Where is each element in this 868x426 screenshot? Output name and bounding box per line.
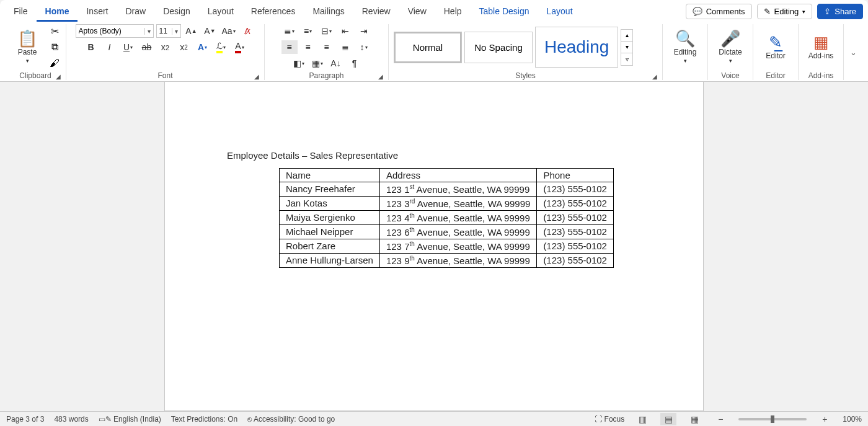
styles-launcher[interactable]: ◢ <box>652 73 657 80</box>
cell-address[interactable]: 123 4th Avenue, Seattle, WA 99999 <box>379 211 536 225</box>
document-canvas[interactable]: Employee Details – Sales Representative … <box>0 82 868 411</box>
zoom-thumb[interactable] <box>771 415 774 423</box>
chevron-down-icon[interactable]: ▾ <box>144 28 153 35</box>
web-layout-button[interactable]: ▦ <box>686 413 702 425</box>
italic-button[interactable]: I <box>102 40 118 54</box>
editor-button[interactable]: ✎̲ Editor <box>758 34 793 60</box>
dictate-button[interactable]: 🎤 Dictate ▾ <box>713 30 748 64</box>
cut-button[interactable]: ✂ <box>48 25 61 37</box>
editing-button[interactable]: 🔍 Editing ▾ <box>668 30 702 64</box>
bullets-button[interactable]: ≣▾ <box>281 24 298 38</box>
table-row[interactable]: Anne Hullung-Larsen 123 9th Avenue, Seat… <box>280 254 614 268</box>
decrease-indent-button[interactable]: ⇤ <box>337 24 353 38</box>
tab-home[interactable]: Home <box>37 2 78 22</box>
cell-address[interactable]: 123 1st Avenue, Seattle, WA 99999 <box>379 182 536 197</box>
cell-phone[interactable]: (123) 555-0102 <box>537 197 614 211</box>
focus-button[interactable]: ⛶ Focus <box>595 415 624 424</box>
clear-formatting-button[interactable]: A̷ <box>239 24 255 38</box>
cell-name[interactable]: Michael Neipper <box>280 225 380 239</box>
share-button[interactable]: ⇪ Share <box>817 4 863 19</box>
table-row[interactable]: Jan Kotas 123 3rd Avenue, Seattle, WA 99… <box>280 197 614 211</box>
line-spacing-button[interactable]: ↕▾ <box>356 40 372 54</box>
tab-references[interactable]: References <box>242 2 304 22</box>
table-row[interactable]: Robert Zare 123 7th Avenue, Seattle, WA … <box>280 239 614 254</box>
cell-address[interactable]: 123 7th Avenue, Seattle, WA 99999 <box>379 239 536 254</box>
styles-expand[interactable]: ▿ <box>621 53 632 65</box>
tab-tabledesign[interactable]: Table Design <box>471 2 538 22</box>
cell-address[interactable]: 123 6th Avenue, Seattle, WA 99999 <box>379 225 536 239</box>
borders-button[interactable]: ▦▾ <box>309 56 326 70</box>
increase-indent-button[interactable]: ⇥ <box>356 24 372 38</box>
editing-mode-button[interactable]: ✎ Editing ▾ <box>757 4 813 19</box>
style-normal[interactable]: Normal <box>394 32 462 63</box>
tab-review[interactable]: Review <box>353 2 399 22</box>
multilevel-button[interactable]: ⊟▾ <box>319 24 335 38</box>
align-center-button[interactable]: ≡ <box>300 40 316 54</box>
tab-draw[interactable]: Draw <box>117 2 154 22</box>
comments-button[interactable]: 💬 Comments <box>686 4 752 19</box>
cell-phone[interactable]: (123) 555-0102 <box>537 211 614 225</box>
cell-phone[interactable]: (123) 555-0102 <box>537 254 614 268</box>
status-language[interactable]: ▭✎ English (India) <box>99 415 161 424</box>
highlight-button[interactable]: ℒ▾ <box>213 40 229 54</box>
document-heading[interactable]: Employee Details – Sales Representative <box>227 150 653 161</box>
collapse-ribbon-button[interactable]: ⌄ <box>844 48 863 57</box>
font-name-combo[interactable]: ▾ <box>76 24 154 38</box>
bold-button[interactable]: B <box>83 40 99 54</box>
clipboard-launcher[interactable]: ◢ <box>56 73 61 80</box>
cell-phone[interactable]: (123) 555-0102 <box>537 182 614 197</box>
cell-address[interactable]: 123 3rd Avenue, Seattle, WA 99999 <box>379 197 536 211</box>
zoom-level[interactable]: 100% <box>843 415 862 424</box>
table-row[interactable]: Nancy Freehafer 123 1st Avenue, Seattle,… <box>280 182 614 197</box>
shrink-font-button[interactable]: A▼ <box>202 24 218 38</box>
tab-tablelayout[interactable]: Layout <box>538 2 581 22</box>
zoom-in-button[interactable]: + <box>817 413 833 425</box>
tab-layout[interactable]: Layout <box>199 2 242 22</box>
read-mode-button[interactable]: ▥ <box>634 413 650 425</box>
cell-name[interactable]: Maiya Sergienko <box>280 211 380 225</box>
table-row[interactable]: Michael Neipper 123 6th Avenue, Seattle,… <box>280 225 614 239</box>
sort-button[interactable]: A↓ <box>328 56 344 70</box>
print-layout-button[interactable]: ▤ <box>660 413 676 425</box>
format-painter-button[interactable]: 🖌 <box>48 57 61 69</box>
col-name[interactable]: Name <box>280 169 380 182</box>
tab-insert[interactable]: Insert <box>78 2 117 22</box>
superscript-button[interactable]: x2 <box>176 40 192 54</box>
font-size-input[interactable] <box>157 25 172 37</box>
text-effects-button[interactable]: A▾ <box>195 40 211 54</box>
employee-table[interactable]: Name Address Phone Nancy Freehafer 123 1… <box>279 168 614 268</box>
align-left-button[interactable]: ≡ <box>281 40 298 54</box>
font-launcher[interactable]: ◢ <box>254 73 259 80</box>
status-page[interactable]: Page 3 of 3 <box>6 415 44 424</box>
align-right-button[interactable]: ≡ <box>319 40 335 54</box>
show-marks-button[interactable]: ¶ <box>347 56 363 70</box>
cell-name[interactable]: Nancy Freehafer <box>280 182 380 197</box>
zoom-out-button[interactable]: − <box>712 413 728 425</box>
cell-address[interactable]: 123 9th Avenue, Seattle, WA 99999 <box>379 254 536 268</box>
justify-button[interactable]: ≣ <box>337 40 353 54</box>
paste-button[interactable]: 📋 Paste ▾ <box>10 30 45 64</box>
cell-phone[interactable]: (123) 555-0102 <box>537 239 614 254</box>
styles-scroll-down[interactable]: ▾ <box>621 42 632 53</box>
tab-design[interactable]: Design <box>154 2 199 22</box>
font-size-combo[interactable]: ▾ <box>156 24 181 38</box>
col-phone[interactable]: Phone <box>537 169 614 182</box>
font-color-button[interactable]: A▾ <box>232 40 248 54</box>
tab-file[interactable]: File <box>5 2 37 22</box>
cell-name[interactable]: Robert Zare <box>280 239 380 254</box>
numbering-button[interactable]: ≡▾ <box>300 24 316 38</box>
status-words[interactable]: 483 words <box>54 415 88 424</box>
tab-mailings[interactable]: Mailings <box>304 2 353 22</box>
grow-font-button[interactable]: A▲ <box>184 24 200 38</box>
underline-button[interactable]: U▾ <box>120 40 136 54</box>
cell-phone[interactable]: (123) 555-0102 <box>537 225 614 239</box>
font-name-input[interactable] <box>76 25 144 37</box>
style-nospacing[interactable]: No Spacing <box>464 32 533 63</box>
col-address[interactable]: Address <box>379 169 536 182</box>
document-page[interactable]: Employee Details – Sales Representative … <box>164 82 704 411</box>
addins-button[interactable]: ▦ Add-ins <box>804 34 838 60</box>
paragraph-launcher[interactable]: ◢ <box>378 73 383 80</box>
chevron-down-icon[interactable]: ▾ <box>172 28 180 35</box>
zoom-slider[interactable] <box>738 418 807 420</box>
table-row[interactable]: Maiya Sergienko 123 4th Avenue, Seattle,… <box>280 211 614 225</box>
